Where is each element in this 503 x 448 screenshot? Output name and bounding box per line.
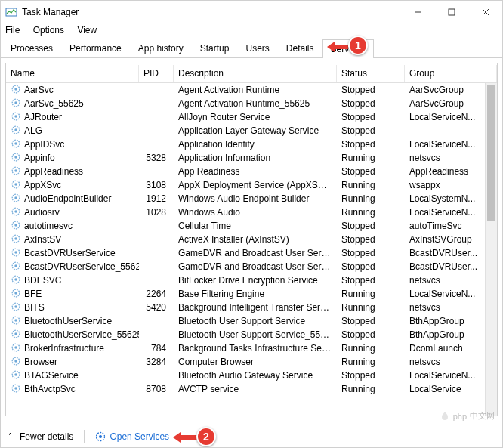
table-row[interactable]: AJRouterAllJoyn Router ServiceStoppedLoc… bbox=[6, 110, 497, 124]
cell-status: Running bbox=[337, 343, 405, 354]
table-row[interactable]: AppIDSvcApplication IdentityStoppedLocal… bbox=[6, 137, 497, 151]
table-row[interactable]: AudioEndpointBuilder1912Windows Audio En… bbox=[6, 192, 497, 205]
service-icon bbox=[11, 84, 21, 97]
table-row[interactable]: AppXSvc3108AppX Deployment Service (AppX… bbox=[6, 178, 497, 192]
cell-status: Running bbox=[337, 357, 405, 367]
cell-name: BrokerInfrastructure bbox=[6, 342, 139, 355]
cell-description: Computer Browser bbox=[174, 357, 337, 367]
minimize-button[interactable] bbox=[400, 1, 434, 23]
cell-group: netsvcs bbox=[405, 153, 497, 163]
cell-status: Running bbox=[337, 180, 405, 190]
table-row[interactable]: BFE2264Base Filtering EngineRunningLocal… bbox=[6, 287, 497, 301]
service-name: AppIDSvc bbox=[24, 139, 64, 150]
column-header-group[interactable]: Group bbox=[405, 65, 497, 82]
open-services-label: Open Services bbox=[110, 431, 169, 442]
table-row[interactable]: BcastDVRUserService_55625GameDVR and Bro… bbox=[6, 260, 497, 273]
service-icon bbox=[11, 152, 21, 165]
sort-indicator-icon: ˆ bbox=[65, 71, 67, 78]
table-row[interactable]: Audiosrv1028Windows AudioRunningLocalSer… bbox=[6, 205, 497, 219]
tab-startup[interactable]: Startup bbox=[192, 39, 238, 57]
table-row[interactable]: autotimesvcCellular TimeStoppedautoTimeS… bbox=[6, 219, 497, 233]
column-header-description[interactable]: Description bbox=[174, 65, 337, 82]
table-row[interactable]: Appinfo5328Application InformationRunnin… bbox=[6, 151, 497, 165]
cell-name: BluetoothUserService_55625 bbox=[6, 329, 139, 341]
service-icon bbox=[11, 369, 21, 382]
cell-description: Application Layer Gateway Service bbox=[174, 125, 337, 136]
watermark: php中文网 bbox=[440, 410, 495, 422]
cell-description: Agent Activation Runtime_55625 bbox=[174, 98, 337, 109]
cell-status: Stopped bbox=[337, 261, 405, 272]
svg-point-19 bbox=[14, 169, 17, 172]
tab-details[interactable]: Details bbox=[278, 39, 322, 57]
service-name: AarSvc_55625 bbox=[24, 98, 84, 109]
tab-performance[interactable]: Performance bbox=[61, 39, 130, 57]
service-icon bbox=[11, 301, 21, 314]
cell-group: LocalServiceN... bbox=[405, 289, 497, 299]
table-row[interactable]: AxInstSVActiveX Installer (AxInstSV)Stop… bbox=[6, 233, 497, 246]
svg-marker-54 bbox=[173, 432, 197, 443]
table-row[interactable]: BrokerInfrastructure784Background Tasks … bbox=[6, 341, 497, 355]
table-row[interactable]: BthAvctpSvc8708AVCTP serviceRunningLocal… bbox=[6, 382, 497, 396]
cell-group: wsappx bbox=[405, 180, 497, 190]
cell-name: BTAGService bbox=[6, 369, 139, 382]
service-icon bbox=[11, 111, 21, 124]
service-name: AxInstSV bbox=[24, 234, 61, 245]
vertical-scrollbar[interactable] bbox=[485, 83, 497, 416]
maximize-button[interactable] bbox=[434, 1, 468, 23]
cell-status: Stopped bbox=[337, 166, 405, 177]
tab-users[interactable]: Users bbox=[237, 39, 277, 57]
column-header-status[interactable]: Status bbox=[337, 65, 405, 82]
cell-group: BthAppGroup bbox=[405, 329, 497, 340]
service-icon bbox=[11, 383, 21, 396]
table-row[interactable]: AppReadinessApp ReadinessStoppedAppReadi… bbox=[6, 165, 497, 178]
cell-group: AxInstSVGroup bbox=[405, 234, 497, 245]
fewer-details-link[interactable]: Fewer details bbox=[20, 431, 73, 442]
window-title: Task Manager bbox=[22, 7, 400, 17]
tab-processes[interactable]: Processes bbox=[2, 39, 61, 57]
table-row[interactable]: Browser3284Computer BrowserRunningnetsvc… bbox=[6, 355, 497, 369]
scrollbar-thumb[interactable] bbox=[487, 85, 495, 221]
service-name: BDESVC bbox=[24, 275, 61, 286]
annotation-arrow-2 bbox=[173, 431, 199, 444]
svg-point-9 bbox=[14, 101, 17, 104]
menu-view[interactable]: View bbox=[77, 25, 97, 36]
svg-point-53 bbox=[99, 435, 102, 438]
annotation-arrow-1 bbox=[327, 40, 350, 54]
app-icon bbox=[5, 6, 17, 18]
service-icon bbox=[11, 315, 21, 328]
cell-name: AppReadiness bbox=[6, 165, 139, 178]
column-header-pid[interactable]: PID bbox=[139, 65, 174, 82]
tab-apphistory[interactable]: App history bbox=[130, 39, 192, 57]
menu-file[interactable]: File bbox=[5, 25, 20, 36]
cell-description: BitLocker Drive Encryption Service bbox=[174, 275, 337, 286]
table-row[interactable]: BluetoothUserServiceBluetooth User Suppo… bbox=[6, 314, 497, 328]
cell-description: App Readiness bbox=[174, 166, 337, 177]
cell-name: BthAvctpSvc bbox=[6, 383, 139, 396]
menu-options[interactable]: Options bbox=[33, 25, 64, 36]
svg-point-35 bbox=[14, 278, 17, 281]
table-row[interactable]: BTAGServiceBluetooth Audio Gateway Servi… bbox=[6, 369, 497, 382]
table-row[interactable]: AarSvcAgent Activation RuntimeStoppedAar… bbox=[6, 83, 497, 97]
service-name: BITS bbox=[24, 302, 45, 313]
table-row[interactable]: BcastDVRUserServiceGameDVR and Broadcast… bbox=[6, 246, 497, 260]
svg-point-23 bbox=[14, 196, 17, 199]
table-row[interactable]: ALGApplication Layer Gateway ServiceStop… bbox=[6, 124, 497, 137]
cell-name: BDESVC bbox=[6, 274, 139, 287]
service-name: BFE bbox=[24, 289, 42, 299]
svg-point-39 bbox=[14, 305, 17, 308]
table-row[interactable]: AarSvc_55625Agent Activation Runtime_556… bbox=[6, 97, 497, 110]
cell-pid: 5328 bbox=[139, 153, 174, 163]
table-row[interactable]: BluetoothUserService_55625Bluetooth User… bbox=[6, 328, 497, 341]
service-icon bbox=[11, 356, 21, 369]
table-row[interactable]: BITS5420Background Intelligent Transfer … bbox=[6, 301, 497, 314]
service-name: ALG bbox=[24, 125, 42, 136]
cell-group: BcastDVRUser... bbox=[405, 248, 497, 258]
column-header-name[interactable]: Nameˆ bbox=[6, 65, 139, 82]
chevron-up-icon: ˄ bbox=[8, 432, 12, 440]
table-row[interactable]: BDESVCBitLocker Drive Encryption Service… bbox=[6, 273, 497, 287]
cell-pid: 3284 bbox=[139, 357, 174, 367]
close-button[interactable] bbox=[468, 1, 502, 23]
services-table: Nameˆ PID Description Status Group AarSv… bbox=[5, 63, 498, 416]
cell-status: Running bbox=[337, 193, 405, 204]
open-services-link[interactable]: Open Services bbox=[95, 431, 169, 442]
